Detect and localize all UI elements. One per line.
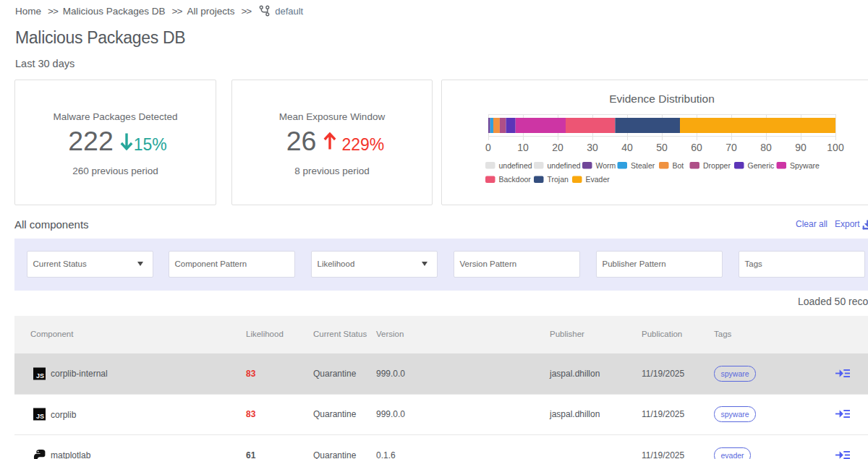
svg-text:Evidence Distribution: Evidence Distribution <box>609 93 715 105</box>
svg-text:Worm: Worm <box>596 161 616 170</box>
svg-text:undefined: undefined <box>499 161 532 170</box>
svg-text:Trojan: Trojan <box>548 175 569 184</box>
svg-text:0: 0 <box>485 142 491 153</box>
svg-text:Backdoor: Backdoor <box>499 175 532 184</box>
svg-text:30: 30 <box>587 142 598 153</box>
svg-text:Generic: Generic <box>748 161 775 170</box>
svg-text:20: 20 <box>552 142 563 153</box>
svg-text:Bot: Bot <box>673 161 684 170</box>
svg-text:40: 40 <box>621 142 633 153</box>
svg-text:100: 100 <box>827 142 844 153</box>
svg-text:undefined: undefined <box>548 161 581 170</box>
svg-text:Dropper: Dropper <box>703 161 731 170</box>
svg-text:Evader: Evader <box>586 175 610 184</box>
svg-text:90: 90 <box>795 142 807 153</box>
svg-text:Spyware: Spyware <box>790 161 820 170</box>
svg-text:50: 50 <box>656 142 668 153</box>
svg-text:70: 70 <box>726 142 737 153</box>
svg-text:80: 80 <box>760 142 772 153</box>
svg-text:10: 10 <box>517 142 529 153</box>
svg-text:Stealer: Stealer <box>631 161 655 170</box>
svg-text:60: 60 <box>691 142 702 153</box>
